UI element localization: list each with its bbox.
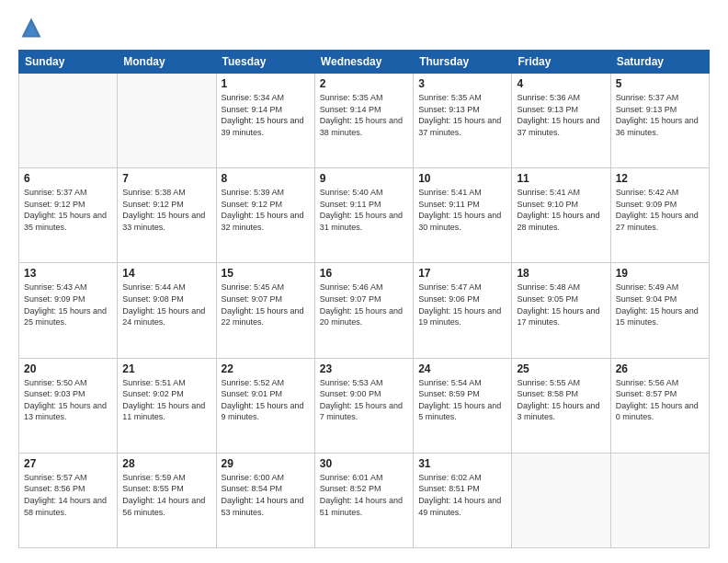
cell-info: Sunrise: 5:44 AM Sunset: 9:08 PM Dayligh… (122, 282, 210, 327)
calendar-cell: 23Sunrise: 5:53 AM Sunset: 9:00 PM Dayli… (314, 358, 413, 453)
calendar-header-monday: Monday (118, 51, 216, 74)
calendar-week-row: 1Sunrise: 5:34 AM Sunset: 9:14 PM Daylig… (19, 74, 710, 168)
cell-info: Sunrise: 5:37 AM Sunset: 9:12 PM Dayligh… (24, 187, 112, 233)
cell-info: Sunrise: 5:38 AM Sunset: 9:12 PM Dayligh… (122, 187, 210, 233)
cell-info: Sunrise: 5:49 AM Sunset: 9:04 PM Dayligh… (616, 282, 704, 327)
calendar-week-row: 27Sunrise: 5:57 AM Sunset: 8:56 PM Dayli… (19, 453, 710, 547)
calendar-cell: 31Sunrise: 6:02 AM Sunset: 8:51 PM Dayli… (414, 453, 512, 547)
day-number: 8 (222, 172, 310, 185)
cell-info: Sunrise: 5:48 AM Sunset: 9:05 PM Dayligh… (517, 282, 605, 327)
day-number: 9 (320, 172, 408, 185)
cell-info: Sunrise: 5:52 AM Sunset: 9:01 PM Dayligh… (222, 377, 310, 423)
calendar-header-friday: Friday (512, 51, 610, 74)
header (18, 15, 710, 40)
calendar-cell: 7Sunrise: 5:38 AM Sunset: 9:12 PM Daylig… (118, 168, 216, 263)
day-number: 14 (122, 267, 210, 280)
day-number: 31 (418, 457, 506, 470)
calendar-cell: 5Sunrise: 5:37 AM Sunset: 9:13 PM Daylig… (610, 74, 709, 168)
calendar-week-row: 13Sunrise: 5:43 AM Sunset: 9:09 PM Dayli… (19, 263, 710, 358)
cell-info: Sunrise: 6:01 AM Sunset: 8:52 PM Dayligh… (320, 472, 408, 518)
calendar-cell: 11Sunrise: 5:41 AM Sunset: 9:10 PM Dayli… (512, 168, 610, 263)
cell-info: Sunrise: 5:51 AM Sunset: 9:02 PM Dayligh… (122, 377, 210, 423)
calendar-cell: 19Sunrise: 5:49 AM Sunset: 9:04 PM Dayli… (610, 263, 709, 358)
calendar-cell: 6Sunrise: 5:37 AM Sunset: 9:12 PM Daylig… (19, 168, 118, 263)
calendar-cell: 27Sunrise: 5:57 AM Sunset: 8:56 PM Dayli… (19, 453, 118, 547)
calendar-week-row: 6Sunrise: 5:37 AM Sunset: 9:12 PM Daylig… (19, 168, 710, 263)
calendar-cell: 21Sunrise: 5:51 AM Sunset: 9:02 PM Dayli… (118, 358, 216, 453)
day-number: 21 (122, 362, 210, 375)
logo-icon (18, 15, 44, 40)
cell-info: Sunrise: 5:40 AM Sunset: 9:11 PM Dayligh… (320, 187, 408, 233)
cell-info: Sunrise: 5:47 AM Sunset: 9:06 PM Dayligh… (418, 282, 506, 327)
cell-info: Sunrise: 5:39 AM Sunset: 9:12 PM Dayligh… (222, 187, 310, 233)
calendar-table: SundayMondayTuesdayWednesdayThursdayFrid… (18, 50, 710, 548)
cell-info: Sunrise: 5:46 AM Sunset: 9:07 PM Dayligh… (320, 282, 408, 327)
calendar-cell: 13Sunrise: 5:43 AM Sunset: 9:09 PM Dayli… (19, 263, 118, 358)
cell-info: Sunrise: 5:43 AM Sunset: 9:09 PM Dayligh… (24, 282, 112, 327)
cell-info: Sunrise: 5:35 AM Sunset: 9:14 PM Dayligh… (320, 92, 408, 138)
calendar-header-thursday: Thursday (414, 51, 512, 74)
day-number: 22 (222, 362, 310, 375)
calendar-cell: 25Sunrise: 5:55 AM Sunset: 8:58 PM Dayli… (512, 358, 610, 453)
day-number: 5 (616, 77, 704, 90)
calendar-cell: 29Sunrise: 6:00 AM Sunset: 8:54 PM Dayli… (216, 453, 314, 547)
cell-info: Sunrise: 6:00 AM Sunset: 8:54 PM Dayligh… (222, 472, 310, 518)
cell-info: Sunrise: 5:37 AM Sunset: 9:13 PM Dayligh… (616, 92, 704, 138)
cell-info: Sunrise: 5:56 AM Sunset: 8:57 PM Dayligh… (616, 377, 704, 423)
calendar-week-row: 20Sunrise: 5:50 AM Sunset: 9:03 PM Dayli… (19, 358, 710, 453)
calendar-header-tuesday: Tuesday (216, 51, 314, 74)
day-number: 30 (320, 457, 408, 470)
day-number: 2 (320, 77, 408, 90)
cell-info: Sunrise: 5:54 AM Sunset: 8:59 PM Dayligh… (418, 377, 506, 423)
calendar-cell: 26Sunrise: 5:56 AM Sunset: 8:57 PM Dayli… (610, 358, 709, 453)
day-number: 20 (24, 362, 112, 375)
calendar-cell (610, 453, 709, 547)
calendar-cell: 8Sunrise: 5:39 AM Sunset: 9:12 PM Daylig… (216, 168, 314, 263)
day-number: 19 (616, 267, 704, 280)
day-number: 15 (222, 267, 310, 280)
calendar-cell: 10Sunrise: 5:41 AM Sunset: 9:11 PM Dayli… (414, 168, 512, 263)
cell-info: Sunrise: 5:50 AM Sunset: 9:03 PM Dayligh… (24, 377, 112, 423)
day-number: 3 (418, 77, 506, 90)
calendar-cell: 2Sunrise: 5:35 AM Sunset: 9:14 PM Daylig… (314, 74, 413, 168)
day-number: 28 (122, 457, 210, 470)
day-number: 25 (517, 362, 605, 375)
calendar-cell: 18Sunrise: 5:48 AM Sunset: 9:05 PM Dayli… (512, 263, 610, 358)
day-number: 17 (418, 267, 506, 280)
day-number: 18 (517, 267, 605, 280)
calendar-cell: 4Sunrise: 5:36 AM Sunset: 9:13 PM Daylig… (512, 74, 610, 168)
day-number: 10 (418, 172, 506, 185)
cell-info: Sunrise: 5:36 AM Sunset: 9:13 PM Dayligh… (517, 92, 605, 138)
calendar-cell: 14Sunrise: 5:44 AM Sunset: 9:08 PM Dayli… (118, 263, 216, 358)
cell-info: Sunrise: 5:45 AM Sunset: 9:07 PM Dayligh… (222, 282, 310, 327)
calendar-cell: 22Sunrise: 5:52 AM Sunset: 9:01 PM Dayli… (216, 358, 314, 453)
cell-info: Sunrise: 5:34 AM Sunset: 9:14 PM Dayligh… (222, 92, 310, 138)
calendar-cell: 30Sunrise: 6:01 AM Sunset: 8:52 PM Dayli… (314, 453, 413, 547)
calendar-cell (118, 74, 216, 168)
calendar-cell (19, 74, 118, 168)
calendar-cell: 16Sunrise: 5:46 AM Sunset: 9:07 PM Dayli… (314, 263, 413, 358)
calendar-header-saturday: Saturday (610, 51, 709, 74)
calendar-header-wednesday: Wednesday (314, 51, 413, 74)
calendar-cell: 9Sunrise: 5:40 AM Sunset: 9:11 PM Daylig… (314, 168, 413, 263)
day-number: 27 (24, 457, 112, 470)
calendar-cell: 1Sunrise: 5:34 AM Sunset: 9:14 PM Daylig… (216, 74, 314, 168)
calendar-cell: 12Sunrise: 5:42 AM Sunset: 9:09 PM Dayli… (610, 168, 709, 263)
calendar-cell: 20Sunrise: 5:50 AM Sunset: 9:03 PM Dayli… (19, 358, 118, 453)
day-number: 12 (616, 172, 704, 185)
day-number: 13 (24, 267, 112, 280)
cell-info: Sunrise: 5:59 AM Sunset: 8:55 PM Dayligh… (122, 472, 210, 518)
calendar-header-row: SundayMondayTuesdayWednesdayThursdayFrid… (19, 51, 710, 74)
calendar-cell (512, 453, 610, 547)
day-number: 26 (616, 362, 704, 375)
day-number: 24 (418, 362, 506, 375)
cell-info: Sunrise: 5:55 AM Sunset: 8:58 PM Dayligh… (517, 377, 605, 423)
day-number: 6 (24, 172, 112, 185)
calendar-cell: 17Sunrise: 5:47 AM Sunset: 9:06 PM Dayli… (414, 263, 512, 358)
calendar-header-sunday: Sunday (19, 51, 118, 74)
calendar-cell: 28Sunrise: 5:59 AM Sunset: 8:55 PM Dayli… (118, 453, 216, 547)
day-number: 29 (222, 457, 310, 470)
calendar-cell: 3Sunrise: 5:35 AM Sunset: 9:13 PM Daylig… (414, 74, 512, 168)
day-number: 1 (222, 77, 310, 90)
cell-info: Sunrise: 5:41 AM Sunset: 9:10 PM Dayligh… (517, 187, 605, 233)
